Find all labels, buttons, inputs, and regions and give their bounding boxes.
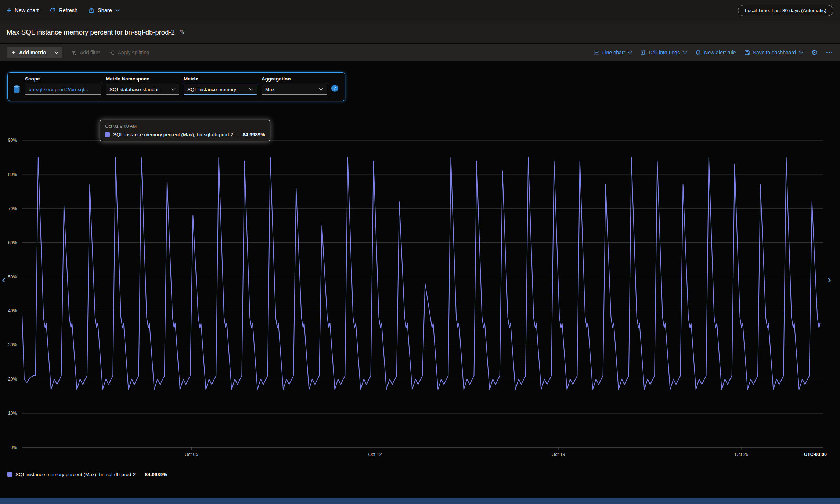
chevron-down-icon [171,88,176,91]
metric-line-series [22,157,820,389]
y-axis-tick-label: 70% [8,206,17,211]
azure-metrics-page: New chart Refresh Share Local Time: Last… [0,0,840,504]
command-bar: New chart Refresh Share Local Time: Last… [0,0,840,21]
toolbar-left-group: Add metric Add filter Apply splitting [7,47,149,58]
refresh-button[interactable]: Refresh [50,7,77,13]
metric-namespace-select[interactable]: SQL database standar [106,84,179,95]
x-axis-tick-label: Oct 19 [552,452,565,457]
y-axis-tick-label: 40% [8,308,17,313]
drill-into-logs-label: Drill into Logs [649,50,680,55]
x-axis-labels: Oct 05Oct 12Oct 19Oct 26 [22,452,823,458]
share-button[interactable]: Share [89,7,120,13]
save-to-dashboard-button[interactable]: Save to dashboard [744,50,804,55]
refresh-icon [50,7,55,13]
chart-tooltip: Oct 01 9:00 AM SQL instance memory perce… [100,120,270,141]
metric-select[interactable]: SQL instance memory [184,84,257,95]
legend-divider [140,472,140,477]
aggregation-label: Aggregation [262,76,327,82]
metric-field: Metric SQL instance memory [184,76,257,95]
time-range-button[interactable]: Local Time: Last 30 days (Automatic) [738,5,833,16]
add-filter-label: Add filter [80,50,100,55]
add-metric-dropdown[interactable] [51,47,62,58]
y-axis-tick-label: 80% [8,172,17,177]
new-alert-rule-label: New alert rule [704,50,736,55]
pan-right-chevron[interactable]: › [827,273,831,285]
series-color-swatch [7,472,12,477]
line-chart-icon [594,50,599,55]
page-title: Max SQL instance memory percent for bn-s… [7,28,175,36]
y-axis-tick-label: 30% [8,342,17,348]
chart-toolbar: Add metric Add filter Apply splitting Li… [0,44,840,61]
series-color-swatch [105,132,110,137]
more-options-icon[interactable]: ··· [826,49,833,56]
y-axis-tick-label: 50% [8,274,17,280]
legend-series-name: SQL instance memory percent (Max), bn-sq… [15,472,136,477]
metric-namespace-label: Metric Namespace [106,76,179,82]
filter-icon [71,50,77,55]
tooltip-series-row: SQL instance memory percent (Max), bn-sq… [105,132,265,137]
chevron-down-icon [54,51,59,54]
apply-splitting-button: Apply splitting [109,50,149,55]
share-label: Share [98,7,112,13]
pan-left-chevron[interactable]: ‹ [2,273,6,285]
x-axis-tick-label: Oct 05 [185,452,198,457]
chevron-down-icon [319,88,323,91]
y-axis-tick-label: 20% [8,377,17,382]
tooltip-divider [238,132,238,137]
aggregation-select[interactable]: Max [262,84,327,95]
y-axis-tick-label: 90% [8,138,17,143]
bottom-bar [0,498,840,504]
save-icon [744,50,750,55]
add-metric-label: Add metric [19,50,46,55]
drill-into-logs-button[interactable]: Drill into Logs [640,50,687,55]
line-chart-type-button[interactable]: Line chart [594,50,632,55]
aggregation-value: Max [265,87,275,92]
timezone-label: UTC-03:00 [804,452,827,457]
legend[interactable]: SQL instance memory percent (Max), bn-sq… [7,472,167,477]
metric-line-chart[interactable] [22,140,823,447]
tooltip-time: Oct 01 9:00 AM [105,124,265,129]
tooltip-series-name: SQL instance memory percent (Max), bn-sq… [113,132,233,137]
apply-splitting-label: Apply splitting [118,50,149,55]
y-axis-tick-label: 0% [11,445,17,450]
metric-namespace-value: SQL database standar [109,87,159,92]
chevron-down-icon [799,51,803,54]
valid-check-icon: ✓ [331,85,338,92]
line-chart-label: Line chart [602,50,625,55]
add-metric-split-button[interactable]: Add metric [7,47,62,58]
chevron-down-icon [249,88,253,91]
chevron-down-icon [628,51,632,54]
metric-selector-panel: Scope bn-sql-serv-prod-2/bn-sql... Metri… [7,72,345,101]
new-chart-button[interactable]: New chart [7,7,39,13]
scope-field: Scope bn-sql-serv-prod-2/bn-sql... [25,76,101,95]
legend-value: 84.9989% [145,472,167,477]
chevron-down-icon [115,9,120,12]
metric-namespace-field: Metric Namespace SQL database standar [106,76,179,95]
tooltip-value: 84.9989% [242,132,265,137]
metric-value: SQL instance memory [187,87,236,92]
metric-label: Metric [184,76,257,82]
new-alert-rule-button[interactable]: New alert rule [695,50,736,55]
add-metric-button[interactable]: Add metric [7,47,51,58]
settings-gear-icon[interactable]: ⚙ [811,49,818,56]
share-icon [89,7,94,13]
y-axis-labels: 90%80%70%60%50%40%30%20%10%0% [0,140,19,447]
scope-input[interactable]: bn-sql-serv-prod-2/bn-sql... [25,84,101,95]
chevron-down-icon [683,51,687,54]
scope-value: bn-sql-serv-prod-2/bn-sql... [29,87,88,92]
split-icon [109,50,115,55]
y-axis-tick-label: 60% [8,240,17,245]
title-row: Max SQL instance memory percent for bn-s… [0,21,840,43]
scope-label: Scope [25,76,101,82]
aggregation-field: Aggregation Max [262,76,327,95]
plus-icon [11,50,16,55]
plus-icon [7,8,11,13]
logs-icon [640,50,646,55]
x-axis-tick-label: Oct 12 [368,452,382,457]
edit-title-icon[interactable]: ✎ [179,28,185,36]
refresh-label: Refresh [59,7,77,13]
add-filter-button: Add filter [71,50,100,55]
toolbar-right-group: Line chart Drill into Logs New alert rul… [594,49,833,56]
alert-bell-icon [695,50,701,55]
save-to-dashboard-label: Save to dashboard [753,50,796,55]
